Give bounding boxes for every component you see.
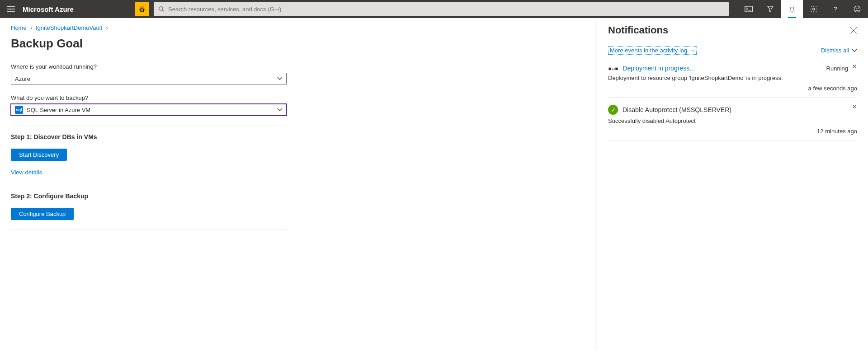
svg-point-1 [159,7,163,10]
menu-icon[interactable] [0,0,22,18]
breadcrumb-vault[interactable]: IgniteShopkartDemoVault [36,24,102,31]
content-area: Home › IgniteShopkartDemoVault › Backup … [0,18,597,351]
notifications-icon[interactable] [781,0,803,18]
chevron-down-icon [277,77,283,80]
more-events-text: More events in the activity log [610,47,687,54]
search-icon [158,6,165,12]
page-title: Backup Goal [11,37,586,51]
svg-rect-2 [745,6,753,12]
success-icon: ✓ [608,105,618,115]
more-events-link[interactable]: More events in the activity log → [608,46,697,55]
chevron-right-icon: › [106,24,108,31]
report-bug-button[interactable] [135,2,149,16]
divider [11,229,287,229]
progress-icon: ▪▫▪ [608,65,618,72]
chevron-right-icon: › [30,24,32,31]
backup-value: SQL Server in Azure VM [27,107,90,113]
chevron-down-icon [277,108,283,112]
notification-item: ✕ ▪▫▪ Deployment in progress... Running … [608,62,857,98]
dismiss-all-button[interactable]: Dismiss all [821,47,857,54]
view-details-link[interactable]: View details [11,169,586,176]
step2-label: Step 2: Configure Backup [11,192,586,200]
dismiss-notification-icon[interactable]: ✕ [852,103,857,110]
brand-logo[interactable]: Microsoft Azure [22,5,135,13]
start-discovery-button[interactable]: Start Discovery [11,149,67,161]
page-title-text: Backup Goal [11,37,83,51]
notifications-panel: Notifications More events in the activit… [597,18,868,351]
svg-point-5 [856,8,856,9]
close-notifications-icon[interactable] [850,27,857,34]
search-input[interactable] [168,6,724,13]
step1-label: Step 1: Discover DBs in VMs [11,133,586,140]
svg-point-3 [813,8,815,10]
workload-label: Where is your workload running? [11,63,287,70]
svg-point-6 [858,8,859,9]
dismiss-all-text: Dismiss all [821,47,849,54]
notification-description: Successfully disabled Autoprotect [608,117,857,124]
backup-dropdown[interactable]: sql SQL Server in Azure VM [11,104,287,116]
sql-icon: sql [15,106,23,114]
cloud-shell-icon[interactable] [738,0,760,18]
backup-label: What do you want to backup? [11,94,287,101]
arrow-right-icon: → [689,47,695,54]
directory-filter-icon[interactable] [760,0,781,18]
notification-title-link[interactable]: Deployment in progress... [623,65,695,72]
divider [11,126,287,126]
workload-dropdown[interactable]: Azure [11,73,287,84]
notification-description: Deployment to resource group 'IgniteShop… [608,75,857,81]
breadcrumb: Home › IgniteShopkartDemoVault › [11,24,586,31]
topbar: Microsoft Azure [0,0,868,18]
configure-backup-button[interactable]: Configure Backup [11,208,74,220]
notification-time: 12 minutes ago [608,128,857,135]
notification-item: ✕ ✓ Disable Autoprotect (MSSQLSERVER) Su… [608,102,857,140]
feedback-icon[interactable] [846,0,868,18]
breadcrumb-home[interactable]: Home [11,24,27,31]
divider [11,185,287,185]
notification-time: a few seconds ago [608,85,857,92]
notifications-title: Notifications [608,24,850,36]
search-bar[interactable] [154,2,729,16]
workload-value: Azure [15,75,30,82]
dismiss-notification-icon[interactable]: ✕ [852,63,857,70]
help-icon[interactable] [825,0,846,18]
notification-title: Disable Autoprotect (MSSQLSERVER) [623,106,731,113]
settings-icon[interactable] [803,0,825,18]
chevron-down-icon [852,49,857,52]
svg-point-4 [854,6,860,12]
notification-status: Running [826,65,848,72]
